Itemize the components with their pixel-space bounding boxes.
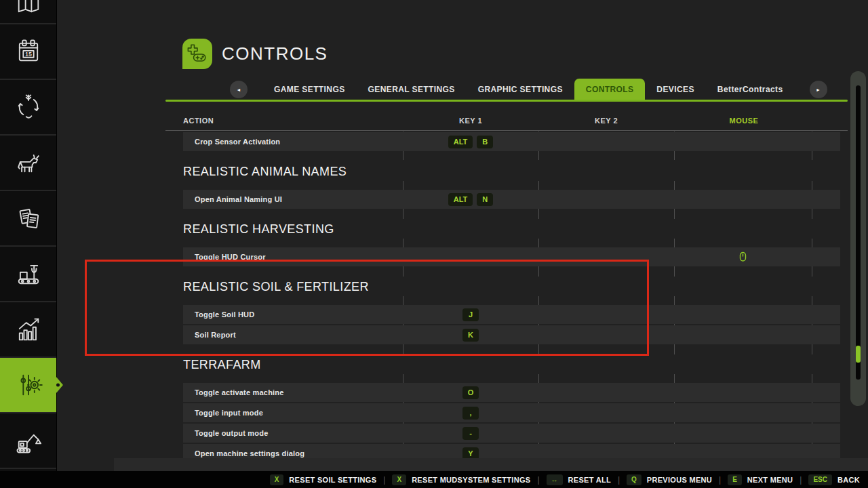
sidebar-item-crop-rotation[interactable]: [0, 80, 56, 136]
panel-bottom-edge: [114, 458, 868, 471]
action-label: Open Animal Naming UI: [195, 190, 282, 209]
key1-cell[interactable]: ALTB: [403, 132, 538, 151]
section-realistic-harvesting: REALISTIC HARVESTING Toggle HUD Cursor: [183, 210, 840, 268]
key2-cell[interactable]: [538, 132, 674, 151]
hint-next-menu[interactable]: E NEXT MENU: [728, 474, 793, 485]
tab-general-settings[interactable]: GENERAL SETTINGS: [357, 79, 467, 100]
tab-graphic-settings[interactable]: GRAPHIC SETTINGS: [467, 79, 574, 100]
key-badge: ALT: [448, 136, 473, 148]
sidebar-item-calendar[interactable]: 15: [0, 24, 56, 80]
key-hint-label: PREVIOUS MENU: [647, 476, 712, 484]
hint-back[interactable]: ESC BACK: [808, 474, 860, 485]
table-row[interactable]: Crop Sensor Activation ALTB: [183, 132, 840, 151]
page-title: CONTROLS: [222, 43, 328, 64]
statistics-icon: [14, 314, 43, 344]
separator: |: [800, 475, 802, 485]
column-header-key1: KEY 1: [423, 117, 518, 125]
tab-label: GAME SETTINGS: [274, 85, 345, 94]
sidebar-item-production[interactable]: [0, 247, 56, 302]
separator: |: [537, 475, 539, 485]
key1-cell[interactable]: [403, 247, 538, 266]
sidebar-item-animals[interactable]: [0, 136, 56, 191]
bindings-list: Crop Sensor Activation ALTB REALISTIC AN…: [183, 131, 840, 464]
key2-cell[interactable]: [538, 424, 674, 443]
row-group: Open Animal Naming UI ALTN: [183, 190, 840, 210]
animals-icon: [14, 148, 43, 178]
tab-label: BetterContracts: [717, 85, 783, 94]
left-arrow-icon[interactable]: ◄: [230, 81, 248, 98]
key1-cell[interactable]: -: [403, 424, 538, 443]
key2-cell[interactable]: [538, 383, 674, 402]
table-row[interactable]: Open Animal Naming UI ALTN: [183, 190, 840, 209]
section-terrafarm: TERRAFARM Toggle activate machine O Togg…: [183, 346, 840, 464]
row-group: Toggle HUD Cursor: [183, 247, 840, 268]
key-badge: K: [462, 329, 479, 342]
sidebar-item-excavator[interactable]: [0, 413, 56, 469]
tab-game-settings[interactable]: GAME SETTINGS: [262, 79, 357, 100]
key-badge: J: [462, 308, 479, 321]
scrollbar-track[interactable]: [856, 85, 861, 380]
hint-reset-mudsystem-settings[interactable]: X RESET MUDSYSTEM SETTINGS: [392, 474, 530, 485]
key2-cell[interactable]: [538, 325, 674, 344]
bottom-key-hints-bar: X RESET SOIL SETTINGS | X RESET MUDSYSTE…: [0, 471, 868, 488]
table-row[interactable]: Soil Report K: [183, 325, 840, 344]
hint-reset-all[interactable]: ↔ RESET ALL: [547, 474, 611, 485]
mouse-cell[interactable]: [674, 247, 812, 266]
hint-reset-soil-settings[interactable]: X RESET SOIL SETTINGS: [270, 474, 377, 485]
excavator-icon: [14, 426, 43, 455]
key-hint-label: RESET MUDSYSTEM SETTINGS: [412, 476, 530, 484]
key1-cell[interactable]: J: [403, 305, 538, 324]
scrollbar-thumb[interactable]: [856, 346, 861, 363]
key2-cell[interactable]: [538, 190, 674, 209]
sidebar-item-settings[interactable]: [0, 358, 56, 413]
key2-cell[interactable]: [538, 305, 674, 324]
section-realistic-animal-names: REALISTIC ANIMAL NAMES Open Animal Namin…: [183, 152, 840, 210]
tab-bettercontracts[interactable]: BetterContracts: [706, 79, 795, 100]
svg-text:15: 15: [25, 51, 32, 58]
controls-settings-screen: 15 CONTROLS ◄ GAME SETTINGSGENERAL SETTI…: [0, 0, 868, 488]
tab-controls[interactable]: CONTROLS: [574, 79, 646, 100]
row-group: Toggle activate machine O Toggle input m…: [183, 383, 840, 464]
key1-cell[interactable]: O: [403, 383, 538, 402]
section-title: REALISTIC ANIMAL NAMES: [183, 164, 840, 179]
sidebar: 15: [0, 0, 57, 471]
table-row[interactable]: Toggle output mode -: [183, 424, 840, 443]
right-arrow-icon[interactable]: ►: [810, 81, 827, 98]
key-hint-label: RESET SOIL SETTINGS: [289, 476, 376, 484]
sidebar-item-map[interactable]: [0, 0, 56, 24]
key1-cell[interactable]: ,: [403, 403, 538, 422]
page-header: CONTROLS: [182, 39, 328, 69]
separator: |: [719, 475, 721, 485]
action-label: Crop Sensor Activation: [195, 132, 280, 151]
section-title: REALISTIC HARVESTING: [183, 222, 840, 237]
table-row[interactable]: Toggle HUD Cursor: [183, 247, 840, 266]
table-row[interactable]: Toggle activate machine O: [183, 383, 840, 402]
map-icon: [14, 5, 43, 18]
sidebar-item-statistics[interactable]: [0, 302, 56, 358]
key1-cell[interactable]: K: [403, 325, 538, 344]
key-hint-badge: Q: [627, 474, 642, 485]
key-badge: -: [462, 427, 479, 440]
key-hint-label: BACK: [837, 476, 860, 484]
active-notch-dot: [56, 384, 60, 387]
section-title: REALISTIC SOIL & FERTILIZER: [183, 279, 840, 294]
action-label: Soil Report: [195, 325, 236, 344]
content-panel: CONTROLS ◄ GAME SETTINGSGENERAL SETTINGS…: [57, 0, 868, 471]
section-realistic-soil-fertilizer: REALISTIC SOIL & FERTILIZER Toggle Soil …: [183, 268, 840, 346]
table-row[interactable]: Toggle input mode ,: [183, 403, 840, 422]
key1-cell[interactable]: ALTN: [403, 190, 538, 209]
sidebar-item-contracts[interactable]: [0, 191, 56, 247]
key2-cell[interactable]: [538, 403, 674, 422]
tab-label: CONTROLS: [586, 85, 634, 94]
key-hint-badge: E: [728, 474, 742, 485]
key2-cell[interactable]: [538, 247, 674, 266]
hint-previous-menu[interactable]: Q PREVIOUS MENU: [627, 474, 712, 485]
table-row[interactable]: Toggle Soil HUD J: [183, 305, 840, 324]
key-hint-badge: ESC: [808, 474, 832, 485]
tab-underline: [165, 100, 848, 102]
table-header: ACTION KEY 1 KEY 2 MOUSE: [165, 117, 848, 130]
tab-bar: ◄ GAME SETTINGSGENERAL SETTINGSGRAPHIC S…: [230, 79, 793, 100]
key-badge: ,: [462, 407, 479, 420]
tab-devices[interactable]: DEVICES: [645, 79, 705, 100]
production-icon: [14, 259, 43, 289]
